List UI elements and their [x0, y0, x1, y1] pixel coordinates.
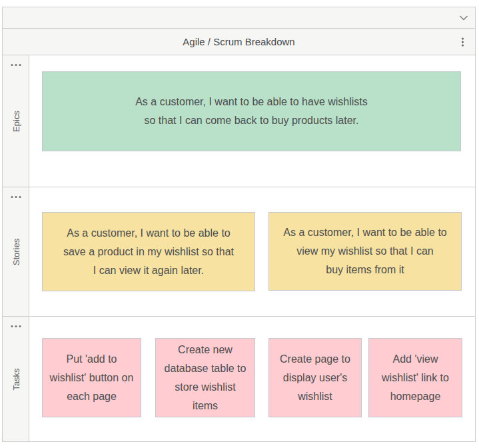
drag-handle-icon[interactable] — [9, 324, 22, 329]
scrum-board-panel: Agile / Scrum Breakdown Epics As a custo… — [2, 7, 476, 442]
task-card-text: Create new database table to store wishl… — [165, 341, 246, 415]
story-card[interactable]: As a customer, I want to be able to save… — [42, 212, 255, 291]
kebab-menu-icon[interactable] — [460, 35, 466, 48]
lane-tasks: Tasks Put 'add to wishlist' button on ea… — [2, 317, 476, 442]
task-card-text: Create page to display user's wishlist — [280, 350, 350, 406]
task-card-text: Put 'add to wishlist' button on each pag… — [50, 350, 134, 406]
lane-epics: Epics As a customer, I want to be able t… — [2, 55, 476, 187]
lane-epics-label-column: Epics — [3, 55, 29, 187]
lane-tasks-content: Put 'add to wishlist' button on each pag… — [29, 317, 475, 441]
story-card[interactable]: As a customer, I want to be able to view… — [268, 212, 462, 291]
board-title: Agile / Scrum Breakdown — [183, 36, 294, 47]
drag-handle-icon[interactable] — [9, 63, 22, 67]
lane-tasks-label-column: Tasks — [3, 317, 29, 441]
task-card[interactable]: Create new database table to store wishl… — [155, 338, 255, 417]
task-card[interactable]: Put 'add to wishlist' button on each pag… — [42, 338, 141, 417]
page: Agile / Scrum Breakdown Epics As a custo… — [0, 0, 479, 448]
lane-stories-content: As a customer, I want to be able to save… — [29, 187, 475, 316]
lane-label-tasks: Tasks — [11, 368, 21, 390]
task-card-text: Add 'view wishlist' link to homepage — [382, 350, 449, 406]
drag-handle-icon[interactable] — [9, 195, 22, 199]
collapse-bar — [2, 7, 476, 29]
story-card-text: As a customer, I want to be able to view… — [283, 223, 446, 279]
lane-stories: Stories As a customer, I want to be able… — [2, 187, 476, 317]
board-header: Agile / Scrum Breakdown — [2, 29, 476, 55]
epic-card[interactable]: As a customer, I want to be able to have… — [42, 71, 461, 151]
lane-label-stories: Stories — [11, 238, 21, 265]
task-card[interactable]: Add 'view wishlist' link to homepage — [368, 338, 462, 417]
lane-label-epics: Epics — [11, 111, 21, 132]
lane-epics-content: As a customer, I want to be able to have… — [29, 55, 475, 187]
epic-card-text: As a customer, I want to be able to have… — [135, 93, 368, 130]
lane-stories-label-column: Stories — [3, 187, 29, 316]
story-card-text: As a customer, I want to be able to save… — [63, 224, 234, 280]
chevron-down-icon[interactable] — [460, 15, 468, 20]
task-card[interactable]: Create page to display user's wishlist — [268, 338, 362, 417]
